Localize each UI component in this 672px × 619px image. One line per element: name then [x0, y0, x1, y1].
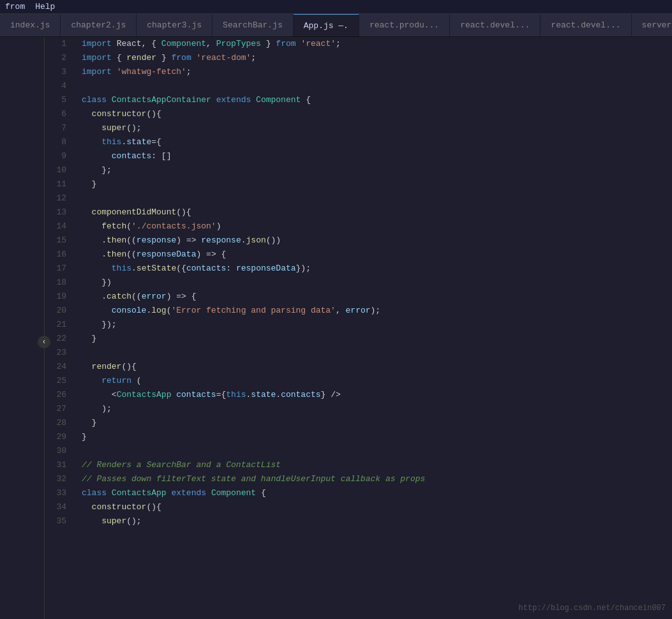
- line-number: 23: [45, 346, 77, 360]
- line-number: 30: [45, 444, 77, 458]
- line-number: 9: [45, 149, 77, 163]
- line-number: 25: [45, 374, 77, 388]
- table-row: 9 contacts: []: [45, 149, 672, 163]
- line-number: 8: [45, 135, 77, 149]
- line-code: .then((responseData) => {: [77, 248, 672, 262]
- line-code: console.log('Error fetching and parsing …: [77, 304, 672, 318]
- line-code: constructor(){: [77, 107, 672, 121]
- line-number: 14: [45, 220, 77, 234]
- line-code: // Renders a SearchBar and a ContactList: [77, 458, 672, 472]
- line-number: 24: [45, 360, 77, 374]
- table-row: 15 .then((response) => response.json()): [45, 234, 672, 248]
- line-number: 3: [45, 65, 77, 79]
- table-row: 18 }): [45, 276, 672, 290]
- line-code: // Passes down filterText state and hand…: [77, 472, 672, 486]
- line-number: 34: [45, 500, 77, 514]
- line-code: [77, 191, 672, 205]
- line-number: 17: [45, 262, 77, 276]
- line-code: }: [77, 416, 672, 430]
- table-row: 13 componentDidMount(){: [45, 205, 672, 220]
- tabs-bar: index.js chapter2.js chapter3.js SearchB…: [0, 14, 672, 37]
- line-code: .catch((error) => {: [77, 290, 672, 304]
- tab-app-js[interactable]: App.js —.: [294, 14, 359, 36]
- line-number: 20: [45, 304, 77, 318]
- line-code: }: [77, 430, 672, 444]
- line-code: };: [77, 163, 672, 177]
- line-code: class ContactsApp extends Component {: [77, 486, 672, 500]
- sidebar-gutter: ‹: [0, 37, 45, 619]
- tab-server-brow[interactable]: server.brow...: [632, 14, 672, 36]
- table-row: 1 import React, { Component, PropTypes }…: [45, 37, 672, 51]
- code-area[interactable]: 1 import React, { Component, PropTypes }…: [45, 37, 672, 619]
- line-number: 11: [45, 177, 77, 191]
- table-row: 34 constructor(){: [45, 500, 672, 514]
- line-code: [77, 444, 672, 458]
- line-number: 33: [45, 486, 77, 500]
- table-row: 4: [45, 79, 672, 93]
- code-table: 1 import React, { Component, PropTypes }…: [45, 37, 672, 528]
- tab-react-devel-2[interactable]: react.devel...: [541, 14, 631, 36]
- table-row: 17 this.setState({contacts: responseData…: [45, 262, 672, 276]
- table-row: 29 }: [45, 430, 672, 444]
- editor-container: ‹ 1 import React, { Component, PropTypes…: [0, 37, 672, 619]
- line-number: 1: [45, 37, 77, 51]
- line-code: render(){: [77, 360, 672, 374]
- table-row: 25 return (: [45, 374, 672, 388]
- table-row: 35 super();: [45, 514, 672, 528]
- line-code: this.setState({contacts: responseData});: [77, 262, 672, 276]
- line-number: 16: [45, 248, 77, 262]
- tab-chapter2-js[interactable]: chapter2.js: [61, 14, 137, 36]
- line-code: import { render } from 'react-dom';: [77, 51, 672, 65]
- table-row: 6 constructor(){: [45, 107, 672, 121]
- line-code: }): [77, 276, 672, 290]
- line-code: [77, 346, 672, 360]
- table-row: 31 // Renders a SearchBar and a ContactL…: [45, 458, 672, 472]
- line-number: 32: [45, 472, 77, 486]
- collapse-arrow[interactable]: ‹: [38, 336, 50, 348]
- tab-chapter3-js[interactable]: chapter3.js: [137, 14, 213, 36]
- tab-searchbar-js[interactable]: SearchBar.js: [213, 14, 294, 36]
- table-row: 14 fetch('./contacts.json'): [45, 220, 672, 234]
- tab-react-prod[interactable]: react.produ...: [359, 14, 450, 36]
- line-number: 12: [45, 191, 77, 205]
- line-number: 29: [45, 430, 77, 444]
- menu-from[interactable]: from: [5, 2, 25, 11]
- line-code: return (: [77, 374, 672, 388]
- table-row: 3 import 'whatwg-fetch';: [45, 65, 672, 79]
- line-number: 31: [45, 458, 77, 472]
- line-number: 21: [45, 318, 77, 332]
- line-code: import React, { Component, PropTypes } f…: [77, 37, 672, 51]
- line-number: 19: [45, 290, 77, 304]
- line-number: 2: [45, 51, 77, 65]
- line-number: 10: [45, 163, 77, 177]
- table-row: 30: [45, 444, 672, 458]
- line-number: 4: [45, 79, 77, 93]
- watermark: http://blog.csdn.net/chancein007: [519, 604, 666, 613]
- line-number: 15: [45, 234, 77, 248]
- table-row: 24 render(){: [45, 360, 672, 374]
- line-code: fetch('./contacts.json'): [77, 220, 672, 234]
- line-code: contacts: []: [77, 149, 672, 163]
- line-code: import 'whatwg-fetch';: [77, 65, 672, 79]
- table-row: 33 class ContactsApp extends Component {: [45, 486, 672, 500]
- table-row: 27 );: [45, 402, 672, 416]
- line-number: 28: [45, 416, 77, 430]
- line-code: this.state={: [77, 135, 672, 149]
- line-number: 27: [45, 402, 77, 416]
- table-row: 22 }: [45, 332, 672, 346]
- line-number: 13: [45, 205, 77, 220]
- line-code: componentDidMount(){: [77, 205, 672, 220]
- table-row: 32 // Passes down filterText state and h…: [45, 472, 672, 486]
- tab-index-js[interactable]: index.js: [0, 14, 61, 36]
- line-number: 35: [45, 514, 77, 528]
- tab-react-devel-1[interactable]: react.devel...: [450, 14, 541, 36]
- line-code: .then((response) => response.json()): [77, 234, 672, 248]
- line-number: 6: [45, 107, 77, 121]
- table-row: 19 .catch((error) => {: [45, 290, 672, 304]
- menu-help[interactable]: Help: [35, 2, 55, 11]
- table-row: 2 import { render } from 'react-dom';: [45, 51, 672, 65]
- table-row: 11 }: [45, 177, 672, 191]
- table-row: 28 }: [45, 416, 672, 430]
- table-row: 10 };: [45, 163, 672, 177]
- table-row: 21 });: [45, 318, 672, 332]
